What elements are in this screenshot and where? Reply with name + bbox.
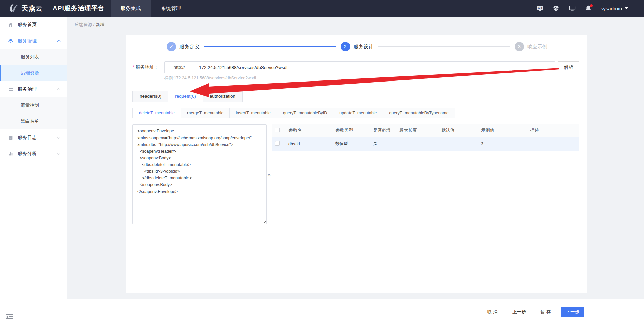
sidebar-item-service-home[interactable]: 服务首页: [0, 17, 67, 33]
notification-bell-icon[interactable]: [585, 5, 592, 12]
col-param-type: 参数类型: [332, 124, 370, 137]
parameter-table: 参数名 参数类型 是否必填 最大长度 默认值 示例值 描述 dbs:id 数值型: [272, 124, 579, 151]
sidebar-collapse-icon[interactable]: [6, 314, 13, 320]
step-2-label: 服务设计: [354, 44, 374, 50]
service-url-group: http://: [164, 61, 555, 73]
request-tabs: headers(0) request(6) authorization: [132, 91, 579, 102]
parse-button[interactable]: 解析: [558, 61, 579, 73]
logo-icon: [7, 2, 19, 14]
logo-text: 天燕云: [21, 4, 43, 13]
cell-param-type: 数值型: [332, 137, 370, 151]
url-example-hint: 样例:172.24.5.121:5688/services/dbService?…: [164, 75, 587, 81]
step-connector: [204, 46, 336, 47]
app-title: API服务治理平台: [53, 4, 105, 13]
tab-headers[interactable]: headers(0): [132, 91, 168, 102]
soap-xml-editor[interactable]: <soapenv:Envelope xmlns:soapenv="http://…: [132, 124, 267, 224]
sidebar: 服务首页 服务管理 服务列表 后端资源 服务治理 流量控制 黑白名单 服务日志: [0, 17, 67, 325]
breadcrumb-parent[interactable]: 后端资源: [74, 22, 92, 27]
protocol-select[interactable]: http://: [165, 62, 194, 73]
next-step-button[interactable]: 下一步: [561, 307, 585, 317]
top-menu-item-service-integration[interactable]: 服务集成: [111, 0, 151, 17]
sidebar-item-backend-resources[interactable]: 后端资源: [0, 65, 67, 81]
topnav-right: API sysadmin: [536, 0, 644, 17]
row-checkbox[interactable]: [275, 141, 280, 146]
wizard-card: ✓ 服务定义 2 服务设计 3 响应示例 *服务地址 : http://: [126, 35, 587, 293]
col-default-value: 默认值: [438, 124, 478, 137]
tab-authorization[interactable]: authorization: [203, 91, 243, 102]
step-connector: [378, 46, 510, 47]
service-url-input[interactable]: [194, 62, 555, 73]
username: sysadmin: [601, 6, 622, 11]
breadcrumb: 后端资源 / 新增: [67, 17, 644, 29]
service-address-label: *服务地址 :: [132, 64, 164, 70]
tab-insertT_menutable[interactable]: insertT_menutable: [229, 108, 277, 118]
sidebar-item-label: 服务首页: [18, 22, 37, 28]
collapse-editor-handle[interactable]: «: [267, 171, 272, 177]
sidebar-item-label: 黑白名单: [21, 118, 39, 124]
col-max-length: 最大长度: [396, 124, 438, 137]
cell-example-value: 3: [478, 137, 527, 151]
top-menu-item-system-management[interactable]: 系统管理: [151, 0, 191, 17]
request-body-section: <soapenv:Envelope xmlns:soapenv="http://…: [132, 124, 579, 224]
table-row: dbs:id 数值型 是 3: [272, 137, 579, 151]
user-menu[interactable]: sysadmin: [601, 6, 628, 11]
col-param-name: 参数名: [285, 124, 332, 137]
table-header-row: 参数名 参数类型 是否必填 最大长度 默认值 示例值 描述: [272, 124, 579, 137]
col-description: 描述: [527, 124, 579, 137]
chevron-down-icon: [57, 136, 61, 139]
api-docs-icon[interactable]: API: [536, 5, 544, 12]
save-draft-button[interactable]: 暂 存: [536, 307, 556, 317]
select-all-checkbox[interactable]: [275, 128, 280, 132]
sidebar-item-label: 服务列表: [21, 54, 39, 60]
sidebar-item-service-analytics[interactable]: 服务分析: [0, 146, 67, 162]
sidebar-item-blacklist-whitelist[interactable]: 黑白名单: [0, 113, 67, 129]
stepper: ✓ 服务定义 2 服务设计 3 响应示例: [126, 35, 587, 51]
required-mark: *: [132, 64, 134, 70]
tab-request[interactable]: request(6): [168, 91, 203, 102]
tab-deleteT_menutable[interactable]: deleteT_menutable: [132, 108, 181, 118]
cell-param-name: dbs:id: [285, 137, 332, 151]
cell-default-value: [438, 137, 478, 151]
step-service-design: 2 服务设计: [341, 42, 374, 51]
tab-updateT_menutable[interactable]: updateT_menutable: [333, 108, 383, 118]
health-monitor-icon[interactable]: [552, 5, 560, 12]
home-icon: [8, 22, 14, 28]
notification-badge: [590, 4, 593, 7]
tab-mergeT_menutable[interactable]: mergeT_menutable: [181, 108, 230, 118]
sidebar-item-service-logs[interactable]: 服务日志: [0, 129, 67, 146]
bar-chart-icon: [8, 151, 14, 157]
top-menu: 服务集成 系统管理: [111, 0, 191, 17]
step-2-number: 2: [341, 42, 350, 51]
sidebar-item-label: 服务治理: [18, 86, 37, 92]
top-navbar: 天燕云 API服务治理平台 服务集成 系统管理 API: [0, 0, 644, 17]
sidebar-item-label: 服务分析: [18, 151, 37, 157]
sidebar-item-service-management[interactable]: 服务管理: [0, 33, 67, 49]
monitor-icon[interactable]: [569, 5, 576, 12]
step-1-check-icon: ✓: [167, 42, 176, 51]
svg-text:API: API: [538, 7, 542, 9]
cancel-button[interactable]: 取 消: [482, 307, 502, 317]
previous-step-button[interactable]: 上一步: [507, 307, 531, 317]
col-example-value: 示例值: [478, 124, 527, 137]
chevron-down-icon: [625, 7, 628, 9]
step-1-label: 服务定义: [179, 44, 200, 50]
server-icon: [8, 87, 14, 92]
col-required: 是否必填: [370, 124, 396, 137]
breadcrumb-current: 新增: [96, 22, 104, 27]
log-icon: [8, 135, 14, 141]
sidebar-item-label: 服务日志: [18, 134, 37, 141]
sidebar-item-label: 后端资源: [21, 70, 39, 76]
chevron-up-icon: [57, 40, 61, 43]
chevron-up-icon: [57, 88, 61, 92]
sidebar-item-service-list[interactable]: 服务列表: [0, 49, 67, 65]
tab-queryT_menutableByTypename[interactable]: queryT_menutableByTypename: [383, 108, 455, 118]
brand: 天燕云 API服务治理平台: [0, 0, 111, 17]
sidebar-item-label: 服务管理: [18, 38, 37, 44]
operation-tabs: deleteT_menutable mergeT_menutable inser…: [132, 108, 579, 118]
tab-queryT_menutableByID[interactable]: queryT_menutableByID: [277, 108, 333, 118]
cell-required: 是: [370, 137, 396, 151]
step-3-number: 3: [515, 42, 524, 51]
sidebar-item-traffic-control[interactable]: 流量控制: [0, 97, 67, 113]
sidebar-item-service-governance[interactable]: 服务治理: [0, 81, 67, 97]
step-response-example: 3 响应示例: [515, 42, 547, 51]
